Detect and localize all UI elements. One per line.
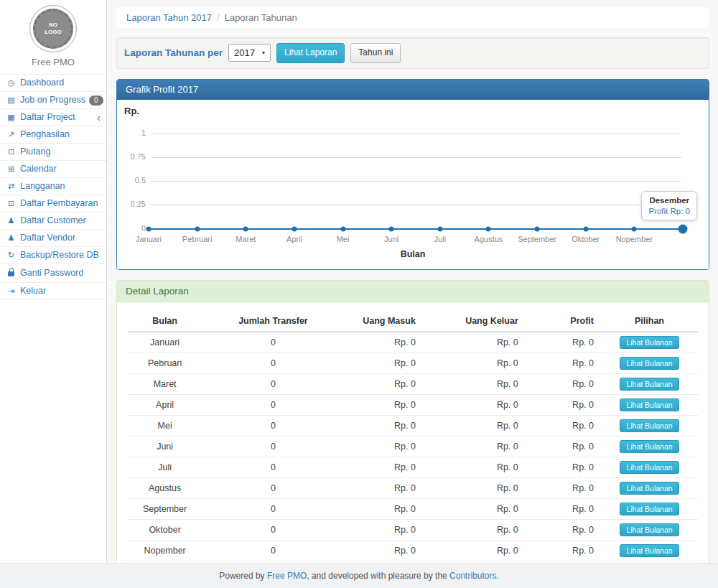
- detail-panel-body: Bulan Jumlah Transfer Uang Masuk Uang Ke…: [117, 302, 709, 563]
- column-header: Jumlah Transfer: [202, 311, 345, 332]
- lihat-bulanan-button[interactable]: Lihat Bulanan: [620, 461, 679, 474]
- lihat-bulanan-button[interactable]: Lihat Bulanan: [620, 378, 679, 391]
- column-header: Uang Keluar: [424, 311, 527, 332]
- users-icon: ♟: [6, 233, 17, 243]
- x-tick-label: September: [518, 235, 556, 243]
- year-select[interactable]: 2017 ▾: [228, 44, 271, 62]
- table-row: Juli0Rp. 0Rp. 0Rp. 0Lihat Bulanan: [128, 457, 698, 477]
- lihat-bulanan-button[interactable]: Lihat Bulanan: [620, 482, 679, 495]
- sidebar-nav: ◷Dashboard▤Job on Progress0▦Daftar Proje…: [0, 74, 106, 300]
- sidebar: NO LOGO Free PMO ◷Dashboard▤Job on Progr…: [0, 0, 107, 563]
- table-cell: Rp. 0: [424, 519, 527, 540]
- sidebar-item-dashboard[interactable]: ◷Dashboard: [0, 75, 106, 92]
- chart-plot: Rp. JanuariPebruariMaretAprilMeiJuniJuli…: [117, 100, 709, 269]
- sidebar-item-daftar-project[interactable]: ▦Daftar Project‹: [0, 109, 106, 126]
- sidebar-item-daftar-pembayaran[interactable]: ⊡Daftar Pembayaran: [0, 195, 106, 213]
- x-tick-label: Juni: [384, 235, 398, 243]
- sidebar-item-langganan[interactable]: ⇄Langganan: [0, 178, 106, 195]
- breadcrumb-separator: /: [217, 12, 220, 23]
- table-cell: Nopember: [128, 540, 202, 561]
- chart-x-axis-label: Bulan: [117, 249, 709, 259]
- dashboard-icon: ◷: [6, 78, 17, 88]
- table-cell: 0: [202, 498, 345, 519]
- table-cell: 0: [202, 519, 345, 540]
- sidebar-item-keluar[interactable]: ⇥Keluar: [0, 283, 106, 300]
- lihat-laporan-button[interactable]: Lihat Laporan: [276, 43, 345, 63]
- table-cell: Lihat Bulanan: [601, 498, 698, 519]
- sidebar-item-backup-restore-db[interactable]: ↻Backup/Restore DB: [0, 247, 106, 264]
- chart-x-labels: JanuariPebruariMaretAprilMeiJuniJuliAgus…: [149, 235, 683, 245]
- sidebar-item-label: Daftar Customer: [20, 215, 86, 226]
- lihat-bulanan-button[interactable]: Lihat Bulanan: [620, 419, 679, 432]
- sidebar-item-job-on-progress[interactable]: ▤Job on Progress0: [0, 92, 106, 109]
- year-select-value: 2017: [234, 47, 255, 58]
- detail-panel-title: Detail Laporan: [117, 281, 709, 302]
- x-tick-label: April: [286, 235, 302, 243]
- table-cell: Lihat Bulanan: [601, 540, 698, 561]
- table-cell: 0: [202, 540, 345, 561]
- app-logo[interactable]: NO LOGO: [29, 5, 77, 52]
- contributors-link[interactable]: Contributors.: [449, 571, 499, 581]
- page: NO LOGO Free PMO ◷Dashboard▤Job on Progr…: [0, 0, 718, 588]
- sign-out-icon: ⇥: [6, 286, 17, 297]
- table-cell: Rp. 0: [345, 394, 424, 415]
- table-cell: Juni: [128, 436, 202, 457]
- sidebar-item-daftar-vendor[interactable]: ♟Daftar Vendor: [0, 230, 106, 247]
- lihat-bulanan-button[interactable]: Lihat Bulanan: [620, 523, 679, 536]
- line-chart-icon: ↗: [6, 129, 17, 140]
- table-cell: Rp. 0: [424, 332, 527, 353]
- y-tick-label: 1: [117, 129, 146, 137]
- table-row: Januari0Rp. 0Rp. 0Rp. 0Lihat Bulanan: [128, 332, 698, 353]
- column-header: Uang Masuk: [345, 311, 424, 332]
- table-cell: Lihat Bulanan: [601, 436, 698, 457]
- sidebar-item-piutang[interactable]: ⊡Piutang: [0, 144, 106, 161]
- detail-report-panel: Detail Laporan Bulan Jumlah Transfer Uan…: [116, 280, 709, 563]
- sidebar-item-daftar-customer[interactable]: ♟Daftar Customer: [0, 213, 106, 230]
- tooltip-value: Profit Rp: 0: [648, 207, 690, 215]
- table-cell: Agustus: [128, 477, 202, 498]
- logo-text: NO LOGO: [43, 22, 63, 36]
- main-content: Laporan Tahun 2017 / Laporan Tahunan Lap…: [107, 0, 718, 563]
- table-cell: Rp. 0: [527, 457, 601, 477]
- money-icon: ⊡: [6, 198, 17, 209]
- data-point-januari: [146, 226, 151, 231]
- lihat-bulanan-button[interactable]: Lihat Bulanan: [620, 503, 679, 515]
- table-row: Mei0Rp. 0Rp. 0Rp. 0Lihat Bulanan: [128, 415, 698, 436]
- data-point-agustus: [486, 226, 491, 231]
- table-cell: Lihat Bulanan: [601, 519, 698, 540]
- table-cell: Rp. 0: [527, 373, 601, 394]
- table-cell: Rp. 0: [527, 540, 601, 561]
- no-logo-seal-icon: NO LOGO: [33, 9, 73, 49]
- x-tick-label: Oktober: [572, 235, 600, 243]
- table-cell: Rp. 0: [345, 457, 424, 477]
- table-cell: 0: [202, 353, 345, 373]
- table-cell: Lihat Bulanan: [601, 415, 698, 436]
- free-pmo-link[interactable]: Free PMO: [267, 571, 307, 581]
- table-row: Nopember0Rp. 0Rp. 0Rp. 0Lihat Bulanan: [128, 540, 698, 561]
- table-row: September0Rp. 0Rp. 0Rp. 0Lihat Bulanan: [128, 498, 698, 519]
- chart-tooltip: Desember Profit Rp: 0: [641, 191, 697, 220]
- data-point-maret: [243, 226, 248, 231]
- tahun-ini-button[interactable]: Tahun ini: [350, 43, 401, 63]
- money-icon: ⊡: [6, 146, 17, 157]
- table-header-row: Bulan Jumlah Transfer Uang Masuk Uang Ke…: [128, 311, 698, 332]
- table-cell: 0: [202, 415, 345, 436]
- sidebar-item-penghasilan[interactable]: ↗Penghasilan: [0, 126, 106, 144]
- count-badge: 0: [89, 95, 103, 106]
- table-cell: Rp. 0: [424, 477, 527, 498]
- sidebar-item-calendar[interactable]: ⊞Calendar: [0, 161, 106, 178]
- table-cell: 0: [202, 394, 345, 415]
- detail-table: Bulan Jumlah Transfer Uang Masuk Uang Ke…: [128, 311, 698, 563]
- lihat-bulanan-button[interactable]: Lihat Bulanan: [620, 398, 679, 411]
- column-header: Bulan: [128, 311, 202, 332]
- lihat-bulanan-button[interactable]: Lihat Bulanan: [620, 544, 679, 557]
- breadcrumb-link[interactable]: Laporan Tahun 2017: [126, 12, 212, 23]
- chart-line: [149, 228, 683, 230]
- lihat-bulanan-button[interactable]: Lihat Bulanan: [620, 357, 679, 370]
- filter-label: Laporan Tahunan per: [124, 47, 223, 58]
- report-filter-bar: Laporan Tahunan per 2017 ▾ Lihat Laporan…: [116, 37, 709, 69]
- lihat-bulanan-button[interactable]: Lihat Bulanan: [620, 440, 679, 453]
- sidebar-item-ganti-password[interactable]: Ganti Password: [0, 264, 106, 283]
- table-icon: ▦: [6, 112, 17, 123]
- lihat-bulanan-button[interactable]: Lihat Bulanan: [620, 336, 679, 349]
